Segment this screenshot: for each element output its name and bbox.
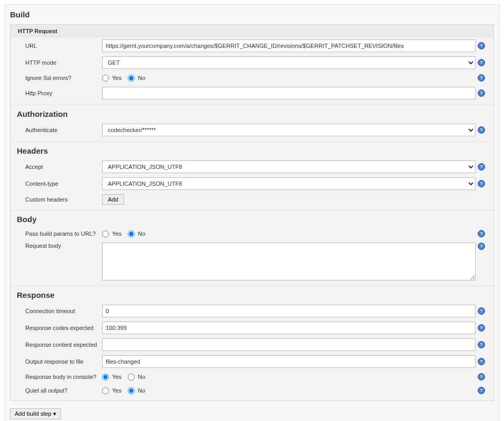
authenticate-label: Authenticate: [25, 127, 102, 133]
timeout-label: Connection timeout: [25, 308, 102, 314]
authenticate-select[interactable]: codechecker/******: [102, 124, 476, 136]
accept-row: Accept APPLICATION_JSON_UTF8 ?: [11, 158, 493, 175]
output-file-row: Output response to file ?: [11, 353, 493, 370]
step-header: HTTP Request: [11, 25, 493, 37]
authorization-section-title: Authorization: [11, 105, 493, 122]
body-console-yes-label: Yes: [112, 374, 122, 380]
pass-params-no-label: No: [138, 230, 145, 237]
help-icon[interactable]: ?: [478, 59, 485, 66]
timeout-row: Connection timeout ?: [11, 303, 493, 319]
help-icon[interactable]: ?: [478, 243, 485, 250]
output-file-input[interactable]: [102, 355, 476, 368]
quiet-radio-group: Yes No: [102, 387, 149, 394]
build-footer: Add build step ▾: [5, 405, 499, 421]
http-proxy-input[interactable]: [102, 87, 476, 99]
pass-params-yes-label: Yes: [112, 230, 122, 237]
custom-headers-label: Custom headers: [25, 196, 102, 203]
pass-params-radio-group: Yes No: [102, 230, 149, 237]
page-title: Build: [5, 7, 499, 24]
add-build-step-button[interactable]: Add build step ▾: [10, 408, 61, 419]
http-proxy-row: Http Proxy ?: [11, 85, 493, 102]
codes-row: Response codes expected ?: [11, 319, 493, 336]
request-body-label: Request body: [25, 243, 102, 249]
content-type-label: Content-type: [25, 181, 102, 187]
authenticate-row: Authenticate codechecker/****** ?: [11, 122, 493, 138]
help-icon[interactable]: ?: [478, 89, 485, 97]
help-icon[interactable]: ?: [478, 230, 485, 237]
content-type-row: Content-type APPLICATION_JSON_UTF8 ?: [11, 175, 493, 192]
headers-section-title: Headers: [11, 142, 493, 158]
body-console-no-radio[interactable]: [128, 374, 135, 380]
http-proxy-label: Http Proxy: [25, 90, 102, 96]
help-icon[interactable]: ?: [478, 387, 485, 394]
add-header-button[interactable]: Add: [102, 194, 124, 205]
ignore-ssl-row: Ignore Ssl errors? Yes No ?: [11, 71, 493, 85]
quiet-no-label: No: [138, 387, 145, 394]
request-body-textarea[interactable]: [102, 243, 476, 280]
codes-label: Response codes expected: [25, 325, 102, 331]
quiet-yes-radio[interactable]: [102, 387, 109, 394]
content-type-select[interactable]: APPLICATION_JSON_UTF8: [102, 177, 476, 190]
help-icon[interactable]: ?: [478, 307, 485, 315]
http-request-step: X HTTP Request URL ? HTTP mode GET ? Ign…: [10, 24, 494, 401]
url-row: URL ?: [11, 37, 493, 54]
quiet-yes-label: Yes: [112, 387, 122, 394]
custom-headers-row: Custom headers Add: [11, 192, 493, 207]
help-icon[interactable]: ?: [478, 74, 485, 82]
timeout-input[interactable]: [102, 305, 476, 317]
response-section-title: Response: [11, 286, 493, 303]
help-icon[interactable]: ?: [478, 341, 485, 348]
quiet-no-radio[interactable]: [128, 387, 135, 394]
body-console-label: Response body in console?: [25, 374, 102, 380]
accept-select[interactable]: APPLICATION_JSON_UTF8: [102, 161, 476, 173]
body-console-no-label: No: [138, 374, 145, 380]
body-console-row: Response body in console? Yes No ?: [11, 370, 493, 384]
quiet-label: Quiet all output?: [25, 387, 102, 394]
help-icon[interactable]: ?: [478, 358, 485, 365]
ignore-ssl-label: Ignore Ssl errors?: [25, 75, 102, 81]
content-expected-label: Response content expected: [25, 342, 102, 348]
pass-params-yes-radio[interactable]: [102, 230, 109, 237]
body-section-title: Body: [11, 210, 493, 227]
content-expected-row: Response content expected ?: [11, 336, 493, 353]
help-icon[interactable]: ?: [478, 126, 485, 134]
http-mode-select[interactable]: GET: [102, 56, 476, 69]
ignore-ssl-yes-label: Yes: [112, 75, 122, 81]
request-body-row: Request body ?: [11, 240, 493, 283]
url-label: URL: [25, 43, 102, 49]
content-expected-input[interactable]: [102, 338, 476, 351]
ignore-ssl-no-radio[interactable]: [128, 75, 135, 82]
accept-label: Accept: [25, 164, 102, 170]
help-icon[interactable]: ?: [478, 373, 485, 380]
http-mode-row: HTTP mode GET ?: [11, 54, 493, 71]
help-icon[interactable]: ?: [478, 180, 485, 187]
ignore-ssl-no-label: No: [138, 75, 145, 81]
help-icon[interactable]: ?: [478, 42, 485, 49]
help-icon[interactable]: ?: [478, 163, 485, 171]
url-input[interactable]: [102, 39, 476, 52]
help-icon[interactable]: ?: [478, 324, 485, 332]
pass-params-no-radio[interactable]: [128, 230, 135, 237]
ignore-ssl-radio-group: Yes No: [102, 75, 149, 82]
ignore-ssl-yes-radio[interactable]: [102, 75, 109, 82]
build-container: Build X HTTP Request URL ? HTTP mode GET…: [4, 4, 500, 421]
body-console-radio-group: Yes No: [102, 374, 149, 380]
pass-params-label: Pass build params to URL?: [25, 230, 102, 237]
quiet-row: Quiet all output? Yes No ?: [11, 384, 493, 397]
http-mode-label: HTTP mode: [25, 59, 102, 66]
body-console-yes-radio[interactable]: [102, 374, 109, 380]
codes-input[interactable]: [102, 322, 476, 334]
pass-params-row: Pass build params to URL? Yes No ?: [11, 227, 493, 240]
output-file-label: Output response to file: [25, 358, 102, 365]
